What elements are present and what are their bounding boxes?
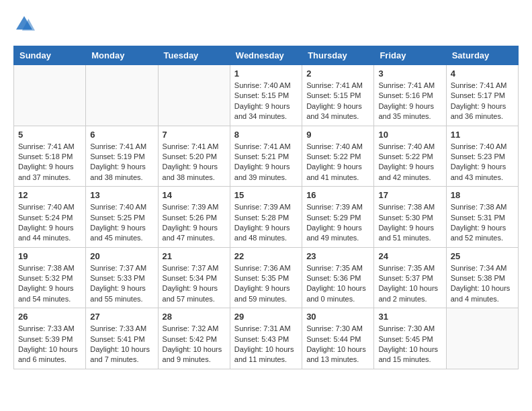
calendar-cell: 22Sunrise: 7:36 AM Sunset: 5:35 PM Dayli… bbox=[230, 247, 302, 308]
day-number: 14 bbox=[163, 190, 226, 200]
day-info: Sunrise: 7:41 AM Sunset: 5:17 PM Dayligh… bbox=[451, 81, 514, 122]
day-info: Sunrise: 7:32 AM Sunset: 5:42 PM Dayligh… bbox=[163, 324, 226, 365]
calendar-cell: 26Sunrise: 7:33 AM Sunset: 5:39 PM Dayli… bbox=[14, 308, 86, 369]
day-info: Sunrise: 7:36 AM Sunset: 5:35 PM Dayligh… bbox=[234, 263, 298, 305]
week-row-4: 19Sunrise: 7:38 AM Sunset: 5:32 PM Dayli… bbox=[14, 247, 519, 308]
calendar-cell: 11Sunrise: 7:40 AM Sunset: 5:23 PM Dayli… bbox=[446, 126, 518, 187]
header-tuesday: Tuesday bbox=[158, 46, 230, 65]
day-info: Sunrise: 7:39 AM Sunset: 5:28 PM Dayligh… bbox=[234, 202, 298, 244]
day-number: 27 bbox=[90, 312, 153, 322]
calendar-cell: 6Sunrise: 7:41 AM Sunset: 5:19 PM Daylig… bbox=[86, 126, 158, 187]
header-monday: Monday bbox=[86, 46, 158, 65]
day-info: Sunrise: 7:38 AM Sunset: 5:32 PM Dayligh… bbox=[18, 263, 81, 305]
calendar-cell: 27Sunrise: 7:33 AM Sunset: 5:41 PM Dayli… bbox=[86, 308, 158, 369]
calendar-cell bbox=[446, 308, 518, 369]
header-saturday: Saturday bbox=[446, 46, 518, 65]
calendar-cell: 12Sunrise: 7:40 AM Sunset: 5:24 PM Dayli… bbox=[14, 187, 86, 248]
day-number: 31 bbox=[378, 312, 441, 322]
day-number: 28 bbox=[163, 312, 226, 322]
week-row-2: 5Sunrise: 7:41 AM Sunset: 5:18 PM Daylig… bbox=[14, 126, 519, 187]
day-info: Sunrise: 7:38 AM Sunset: 5:30 PM Dayligh… bbox=[378, 202, 441, 244]
day-info: Sunrise: 7:40 AM Sunset: 5:22 PM Dayligh… bbox=[306, 142, 369, 183]
calendar-cell: 16Sunrise: 7:39 AM Sunset: 5:29 PM Dayli… bbox=[302, 187, 374, 248]
day-info: Sunrise: 7:40 AM Sunset: 5:25 PM Dayligh… bbox=[90, 202, 153, 244]
calendar-cell: 28Sunrise: 7:32 AM Sunset: 5:42 PM Dayli… bbox=[158, 308, 230, 369]
day-number: 17 bbox=[378, 190, 441, 200]
header-sunday: Sunday bbox=[14, 46, 86, 65]
day-number: 3 bbox=[378, 68, 441, 79]
calendar-cell: 24Sunrise: 7:35 AM Sunset: 5:37 PM Dayli… bbox=[374, 247, 446, 308]
day-info: Sunrise: 7:40 AM Sunset: 5:24 PM Dayligh… bbox=[18, 202, 81, 244]
day-number: 20 bbox=[90, 251, 153, 261]
day-info: Sunrise: 7:41 AM Sunset: 5:18 PM Dayligh… bbox=[18, 142, 81, 183]
calendar-cell: 5Sunrise: 7:41 AM Sunset: 5:18 PM Daylig… bbox=[14, 126, 86, 187]
day-info: Sunrise: 7:40 AM Sunset: 5:22 PM Dayligh… bbox=[378, 142, 441, 183]
day-number: 1 bbox=[234, 68, 298, 79]
calendar-cell: 1Sunrise: 7:40 AM Sunset: 5:15 PM Daylig… bbox=[230, 65, 302, 126]
day-number: 12 bbox=[18, 190, 81, 200]
day-info: Sunrise: 7:31 AM Sunset: 5:43 PM Dayligh… bbox=[234, 324, 298, 365]
day-number: 25 bbox=[451, 251, 514, 261]
day-number: 15 bbox=[234, 190, 298, 200]
day-number: 16 bbox=[306, 190, 369, 200]
day-number: 6 bbox=[90, 130, 153, 140]
day-info: Sunrise: 7:33 AM Sunset: 5:41 PM Dayligh… bbox=[90, 324, 153, 365]
week-row-5: 26Sunrise: 7:33 AM Sunset: 5:39 PM Dayli… bbox=[14, 308, 519, 369]
day-number: 13 bbox=[90, 190, 153, 200]
calendar-cell: 4Sunrise: 7:41 AM Sunset: 5:17 PM Daylig… bbox=[446, 65, 518, 126]
day-info: Sunrise: 7:39 AM Sunset: 5:26 PM Dayligh… bbox=[163, 202, 226, 244]
page-header bbox=[13, 13, 519, 35]
calendar-cell: 3Sunrise: 7:41 AM Sunset: 5:16 PM Daylig… bbox=[374, 65, 446, 126]
day-info: Sunrise: 7:35 AM Sunset: 5:36 PM Dayligh… bbox=[306, 263, 369, 305]
day-info: Sunrise: 7:41 AM Sunset: 5:19 PM Dayligh… bbox=[90, 142, 153, 183]
calendar-cell bbox=[86, 65, 158, 126]
calendar-cell: 9Sunrise: 7:40 AM Sunset: 5:22 PM Daylig… bbox=[302, 126, 374, 187]
day-number: 9 bbox=[306, 130, 369, 140]
day-info: Sunrise: 7:40 AM Sunset: 5:15 PM Dayligh… bbox=[234, 81, 298, 122]
day-number: 19 bbox=[18, 251, 81, 261]
day-info: Sunrise: 7:37 AM Sunset: 5:34 PM Dayligh… bbox=[163, 263, 226, 305]
header-thursday: Thursday bbox=[302, 46, 374, 65]
day-info: Sunrise: 7:39 AM Sunset: 5:29 PM Dayligh… bbox=[306, 202, 369, 244]
week-row-3: 12Sunrise: 7:40 AM Sunset: 5:24 PM Dayli… bbox=[14, 187, 519, 248]
calendar-cell: 7Sunrise: 7:41 AM Sunset: 5:20 PM Daylig… bbox=[158, 126, 230, 187]
calendar-cell: 10Sunrise: 7:40 AM Sunset: 5:22 PM Dayli… bbox=[374, 126, 446, 187]
calendar-cell bbox=[14, 65, 86, 126]
day-number: 7 bbox=[163, 130, 226, 140]
day-info: Sunrise: 7:41 AM Sunset: 5:15 PM Dayligh… bbox=[306, 81, 369, 122]
calendar-cell: 2Sunrise: 7:41 AM Sunset: 5:15 PM Daylig… bbox=[302, 65, 374, 126]
day-number: 10 bbox=[378, 130, 441, 140]
day-info: Sunrise: 7:30 AM Sunset: 5:45 PM Dayligh… bbox=[378, 324, 441, 365]
day-number: 24 bbox=[378, 251, 441, 261]
day-info: Sunrise: 7:41 AM Sunset: 5:20 PM Dayligh… bbox=[163, 142, 226, 183]
calendar-cell: 15Sunrise: 7:39 AM Sunset: 5:28 PM Dayli… bbox=[230, 187, 302, 248]
day-number: 5 bbox=[18, 130, 81, 140]
logo bbox=[13, 13, 39, 35]
header-wednesday: Wednesday bbox=[230, 46, 302, 65]
day-info: Sunrise: 7:33 AM Sunset: 5:39 PM Dayligh… bbox=[18, 324, 81, 365]
day-info: Sunrise: 7:30 AM Sunset: 5:44 PM Dayligh… bbox=[306, 324, 369, 365]
calendar-cell: 17Sunrise: 7:38 AM Sunset: 5:30 PM Dayli… bbox=[374, 187, 446, 248]
calendar-cell: 30Sunrise: 7:30 AM Sunset: 5:44 PM Dayli… bbox=[302, 308, 374, 369]
day-number: 2 bbox=[306, 68, 369, 79]
calendar-cell: 13Sunrise: 7:40 AM Sunset: 5:25 PM Dayli… bbox=[86, 187, 158, 248]
day-number: 23 bbox=[306, 251, 369, 261]
day-info: Sunrise: 7:41 AM Sunset: 5:16 PM Dayligh… bbox=[378, 81, 441, 122]
calendar-cell: 8Sunrise: 7:41 AM Sunset: 5:21 PM Daylig… bbox=[230, 126, 302, 187]
header-friday: Friday bbox=[374, 46, 446, 65]
calendar-cell: 29Sunrise: 7:31 AM Sunset: 5:43 PM Dayli… bbox=[230, 308, 302, 369]
calendar-cell: 31Sunrise: 7:30 AM Sunset: 5:45 PM Dayli… bbox=[374, 308, 446, 369]
calendar-cell: 25Sunrise: 7:34 AM Sunset: 5:38 PM Dayli… bbox=[446, 247, 518, 308]
day-info: Sunrise: 7:40 AM Sunset: 5:23 PM Dayligh… bbox=[451, 142, 514, 183]
day-number: 21 bbox=[163, 251, 226, 261]
calendar-header-row: SundayMondayTuesdayWednesdayThursdayFrid… bbox=[14, 46, 519, 65]
calendar-cell: 21Sunrise: 7:37 AM Sunset: 5:34 PM Dayli… bbox=[158, 247, 230, 308]
day-number: 22 bbox=[234, 251, 298, 261]
day-info: Sunrise: 7:35 AM Sunset: 5:37 PM Dayligh… bbox=[378, 263, 441, 305]
day-info: Sunrise: 7:37 AM Sunset: 5:33 PM Dayligh… bbox=[90, 263, 153, 305]
calendar-cell bbox=[158, 65, 230, 126]
day-number: 11 bbox=[451, 130, 514, 140]
day-number: 29 bbox=[234, 312, 298, 322]
calendar-cell: 14Sunrise: 7:39 AM Sunset: 5:26 PM Dayli… bbox=[158, 187, 230, 248]
day-number: 4 bbox=[451, 68, 514, 79]
